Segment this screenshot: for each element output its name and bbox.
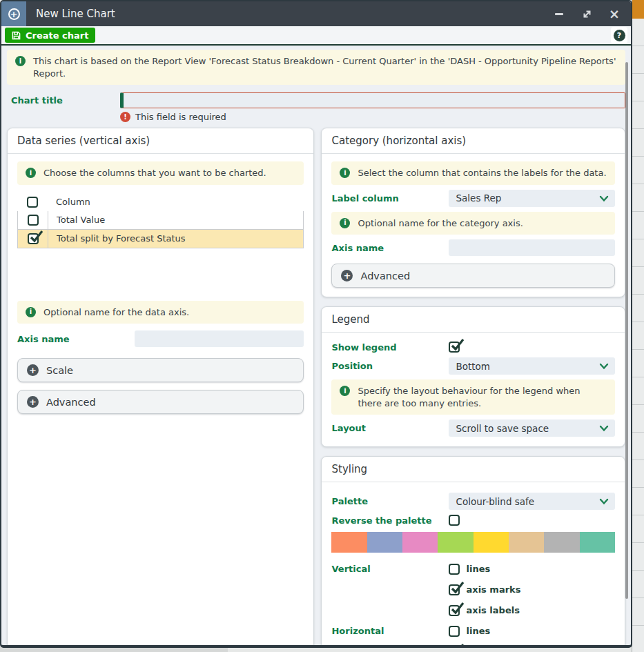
vertical-axis-marks-checkbox[interactable]	[449, 584, 460, 595]
legend-title: Legend	[322, 307, 625, 333]
advanced-section-label: Advanced	[46, 397, 96, 408]
styling-panel: Styling Palette Colour-blind safe	[321, 456, 625, 648]
window-controls: ×	[554, 8, 620, 19]
dialog-scrollbar[interactable]	[625, 62, 628, 599]
close-button[interactable]: ×	[609, 8, 620, 19]
dialog-title: New Line Chart	[36, 8, 554, 20]
error-icon: !	[120, 112, 130, 122]
palette-swatch	[474, 532, 509, 553]
chart-title-input[interactable]	[120, 92, 625, 108]
background-page-edge	[632, 0, 644, 652]
show-legend-checkbox[interactable]	[449, 342, 460, 353]
scale-section-label: Scale	[46, 365, 73, 376]
minimize-icon	[555, 13, 563, 15]
palette-swatch	[402, 532, 438, 553]
palette-label: Palette	[331, 496, 449, 506]
chevron-down-icon	[599, 363, 609, 370]
palette-swatch	[331, 532, 367, 553]
horizontal-label: Horizontal	[331, 626, 449, 636]
vertical-lines-checkbox[interactable]	[449, 564, 460, 575]
data-series-title: Data series (vertical axis)	[8, 128, 313, 154]
help-icon: ?	[614, 30, 625, 41]
screen: + New Line Chart ×	[0, 0, 644, 652]
dialog-titlebar: + New Line Chart ×	[1, 1, 631, 26]
maximize-icon	[582, 9, 592, 19]
show-legend-label: Show legend	[331, 342, 449, 353]
row-checkbox[interactable]	[28, 215, 39, 226]
maximize-button[interactable]	[581, 8, 592, 19]
horizontal-lines-checkbox[interactable]	[449, 626, 460, 637]
report-info-banner: i This chart is based on the Report View…	[7, 50, 625, 85]
vertical-label: Vertical	[331, 564, 449, 574]
category-axis-info: i Optional name for the category axis.	[331, 212, 615, 235]
new-line-chart-dialog: + New Line Chart ×	[0, 0, 632, 648]
legend-layout-select[interactable]: Scroll to save space	[449, 419, 615, 437]
expand-icon: +	[27, 396, 39, 408]
layout-label: Layout	[331, 423, 449, 433]
chevron-down-icon	[599, 425, 609, 432]
data-series-advanced-toggle[interactable]: + Advanced	[17, 390, 304, 414]
table-row[interactable]: Total Value	[17, 211, 304, 230]
report-info-text: This chart is based on the Report View '…	[33, 55, 617, 79]
data-series-table: Column Total Value	[17, 193, 304, 248]
data-axis-name-input[interactable]	[135, 330, 304, 347]
expand-icon: +	[341, 270, 353, 281]
info-icon: i	[340, 218, 350, 228]
data-series-info: i Choose the columns that you want to be…	[17, 161, 304, 185]
palette-swatch	[367, 532, 402, 553]
legend-layout-info: i Specify the layout behaviour for the l…	[331, 379, 615, 415]
chart-title-label: Chart title	[11, 92, 120, 122]
minimize-button[interactable]	[554, 8, 565, 19]
category-title: Category (horizontal axis)	[322, 128, 625, 154]
scale-section-toggle[interactable]: + Scale	[17, 358, 304, 382]
dialog-content: i This chart is based on the Report View…	[1, 46, 631, 648]
category-panel: Category (horizontal axis) i Select the …	[321, 128, 625, 297]
styling-title: Styling	[322, 457, 625, 482]
axis-name-info: i Optional name for the data axis.	[17, 301, 304, 324]
info-icon: i	[340, 386, 350, 396]
table-row[interactable]: Total split by Forecast Status	[17, 230, 304, 248]
palette-swatch	[509, 532, 544, 553]
data-series-panel: Data series (vertical axis) i Choose the…	[7, 128, 314, 648]
position-label: Position	[331, 361, 449, 371]
legend-panel: Legend Show legend	[321, 306, 625, 447]
chart-plus-icon: +	[1, 1, 26, 26]
axis-name-label: Axis name	[331, 243, 449, 253]
background-table-rows	[632, 19, 644, 652]
save-icon	[12, 31, 21, 40]
plus-circle-icon: +	[8, 8, 20, 20]
advanced-section-label: Advanced	[360, 270, 410, 281]
label-column-label: Label column	[331, 193, 449, 204]
category-info: i Select the column that contains the la…	[331, 161, 615, 185]
category-axis-name-input[interactable]	[449, 239, 615, 256]
row-checkbox[interactable]	[28, 233, 39, 244]
vertical-axis-labels-checkbox[interactable]	[449, 605, 460, 616]
label-column-select[interactable]: Sales Rep	[449, 190, 615, 207]
info-icon: i	[15, 56, 26, 66]
chevron-down-icon	[599, 195, 609, 202]
chevron-down-icon	[599, 498, 609, 505]
expand-icon: +	[27, 364, 39, 376]
legend-position-select[interactable]: Bottom	[449, 357, 615, 375]
horizontal-axis-marks-checkbox[interactable]	[449, 646, 460, 648]
select-all-checkbox[interactable]	[27, 197, 38, 208]
palette-preview	[331, 532, 615, 553]
validation-error-text: This field is required	[135, 112, 226, 122]
help-button[interactable]: ?	[611, 27, 627, 43]
palette-select[interactable]: Colour-blind safe	[449, 493, 615, 510]
dialog-toolbar: Create chart ?	[1, 26, 631, 46]
create-chart-button[interactable]: Create chart	[5, 28, 95, 43]
palette-swatch	[544, 532, 579, 553]
chart-title-row: Chart title ! This field is required	[11, 92, 625, 122]
axis-name-label: Axis name	[17, 334, 135, 344]
palette-swatch	[438, 532, 473, 553]
category-advanced-toggle[interactable]: + Advanced	[331, 264, 615, 288]
info-icon: i	[26, 168, 36, 178]
info-icon: i	[340, 168, 350, 178]
reverse-palette-label: Reverse the palette	[331, 515, 449, 526]
column-header: Column	[48, 197, 90, 207]
palette-swatch	[580, 532, 615, 553]
create-chart-label: Create chart	[26, 30, 88, 41]
validation-error: ! This field is required	[120, 112, 625, 122]
reverse-palette-checkbox[interactable]	[449, 515, 460, 526]
